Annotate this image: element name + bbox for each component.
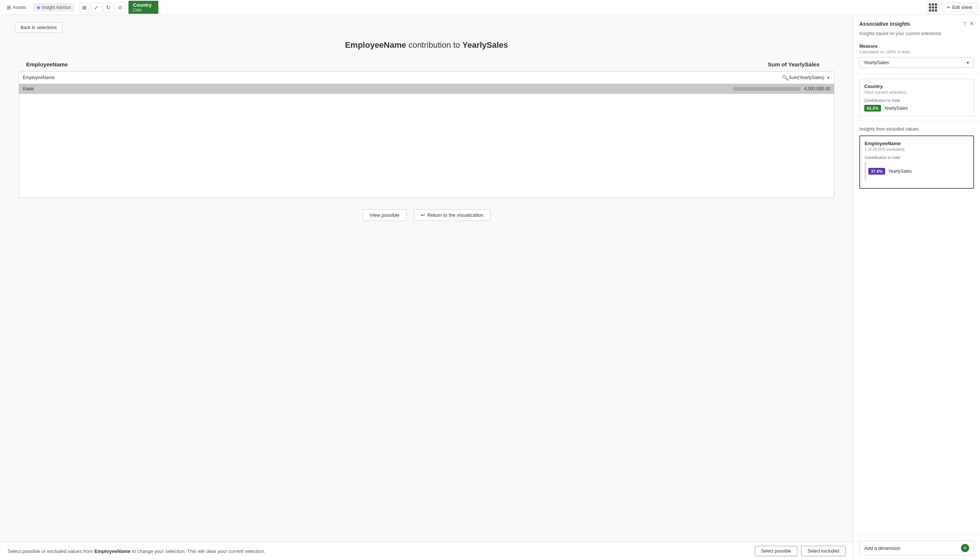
- insight-title: EmployeeName contribution to YearlySales: [15, 40, 838, 50]
- sidebar-title: Associative insights: [860, 21, 910, 27]
- target-icon[interactable]: ⊙: [115, 2, 125, 13]
- select-excluded-label: Select excluded: [808, 548, 839, 554]
- table-column-headers: EmployeeName Sum of YearlySales: [15, 61, 838, 68]
- contribution-field: YearlySales: [884, 106, 908, 111]
- table-header-row: EmployeeName 🔍 Sum(YearlySales) ▼: [19, 72, 834, 84]
- selection-card-subtitle: (Your current selection): [864, 90, 969, 94]
- divider-1: [853, 74, 980, 74]
- sidebar-spacer: [853, 193, 980, 533]
- row-sales-value: 4,000,000.00: [804, 86, 830, 92]
- divider-2: [853, 121, 980, 121]
- measure-label: Measure: [860, 43, 974, 49]
- insight-advisor-tab[interactable]: ◈ Insight Advisor: [33, 3, 75, 12]
- selection-card-title: Country: [864, 83, 969, 89]
- excluded-section-label: Insights from excluded values:: [853, 123, 980, 134]
- edit-sheet-button[interactable]: ✏ Edit sheet: [942, 3, 977, 12]
- zoom-full-icon[interactable]: ⤢: [91, 2, 102, 13]
- table-row[interactable]: Kasie 4,000,000.00: [19, 84, 834, 94]
- divider-3: [853, 534, 980, 535]
- sidebar-header-icons: ? ✕: [963, 20, 974, 27]
- add-dimension-button[interactable]: Add a dimension +: [860, 541, 974, 555]
- excluded-contribution-label: Contribution to total: [865, 155, 969, 160]
- bottom-bar-prefix: Select possible or excluded values from: [7, 548, 94, 554]
- add-dimension-label: Add a dimension: [864, 545, 900, 551]
- select-excluded-button[interactable]: Select excluded: [801, 546, 846, 556]
- bottom-bar-field: EmployeeName: [94, 548, 131, 554]
- data-table: EmployeeName 🔍 Sum(YearlySales) ▼ Kasie …: [19, 71, 835, 198]
- pencil-icon: ✏: [947, 5, 950, 10]
- back-button-label: Back to selections: [20, 25, 57, 30]
- table-search-icon[interactable]: 🔍: [782, 75, 788, 81]
- toolbar-icons: ⊠ ⤢ ↻ ⊙: [79, 2, 125, 13]
- return-to-visualization-button[interactable]: ↩ Return to the visualization: [414, 209, 490, 221]
- insight-advisor-label: Insight Advisor: [42, 5, 71, 10]
- grid-view-icon[interactable]: [927, 2, 939, 13]
- measure-dropdown-value: YearlySales: [863, 60, 889, 65]
- content-area: Back to selections EmployeeName contribu…: [0, 15, 853, 560]
- sales-column-header: Sum of YearlySales: [768, 61, 819, 68]
- sidebar-subtitle: Insights based on your current selection…: [853, 30, 980, 41]
- measure-dropdown[interactable]: YearlySales ▼: [860, 57, 974, 68]
- select-possible-button[interactable]: Select possible: [755, 546, 798, 556]
- title-connector: contribution to: [406, 40, 462, 50]
- lock-icon[interactable]: ↻: [103, 2, 114, 13]
- close-icon[interactable]: ✕: [969, 20, 974, 27]
- bottom-bar-text: Select possible or excluded values from …: [7, 548, 266, 554]
- measure-name: YearlySales: [462, 40, 508, 50]
- current-selection-card: Country (Your current selection) Contrib…: [860, 79, 974, 117]
- zoom-fit-icon[interactable]: ⊠: [79, 2, 90, 13]
- row-employee-name: Kasie: [23, 86, 733, 92]
- main-layout: Back to selections EmployeeName contribu…: [0, 15, 980, 560]
- assets-icon: ⊞: [7, 5, 11, 10]
- contribution-badge-purple: 37.8%: [868, 168, 885, 175]
- bottom-bar: Select possible or excluded values from …: [0, 542, 853, 560]
- add-icon[interactable]: +: [961, 544, 969, 552]
- contribution-row: 62.2% YearlySales: [864, 105, 969, 112]
- return-label: Return to the visualization: [427, 212, 483, 218]
- view-possible-label: View possible: [370, 212, 399, 218]
- dimension-name: EmployeeName: [345, 40, 406, 50]
- help-icon[interactable]: ?: [963, 21, 966, 27]
- edit-sheet-label: Edit sheet: [952, 5, 972, 10]
- assets-label: Assets: [13, 5, 26, 10]
- country-tab-label: Country: [133, 2, 152, 8]
- dropdown-arrow-icon: ▼: [966, 60, 970, 65]
- country-tab[interactable]: Country CAN: [129, 1, 158, 14]
- excluded-badge-row: 37.8% YearlySales: [868, 168, 911, 175]
- view-possible-button[interactable]: View possible: [363, 209, 406, 221]
- excluded-contribution-row: 37.8% YearlySales: [868, 168, 911, 175]
- insight-icon: ◈: [37, 5, 40, 10]
- contribution-badge-green: 62.2%: [864, 105, 881, 112]
- grid-dots: [929, 3, 937, 12]
- measure-section: Measure Calculated on 100% of data Yearl…: [853, 41, 980, 72]
- topbar-right: ✏ Edit sheet: [927, 2, 977, 13]
- assets-tab[interactable]: ⊞ Assets: [3, 3, 30, 12]
- table-header-sales: Sum(YearlySales): [788, 75, 824, 80]
- bottom-bar-suffix: to change your selection. This will clea…: [131, 548, 266, 554]
- excluded-bar-area: 37.8% YearlySales: [865, 162, 969, 180]
- select-possible-label: Select possible: [761, 548, 791, 554]
- sort-icon[interactable]: ▼: [826, 76, 830, 80]
- topbar: ⊞ Assets ◈ Insight Advisor ⊠ ⤢ ↻ ⊙ Count…: [0, 0, 980, 15]
- excluded-bar: [865, 162, 866, 180]
- table-header-employee: EmployeeName: [23, 75, 781, 80]
- excluded-card-title: EmployeeName: [865, 141, 969, 146]
- excluded-field: YearlySales: [888, 168, 911, 174]
- sidebar-header: Associative insights ? ✕: [853, 15, 980, 30]
- sidebar: Associative insights ? ✕ Insights based …: [853, 15, 980, 560]
- return-arrow-icon: ↩: [421, 212, 425, 218]
- back-to-selections-button[interactable]: Back to selections: [15, 22, 62, 33]
- table-header-right: Sum(YearlySales) ▼: [788, 75, 830, 80]
- excluded-card[interactable]: EmployeeName 1 of 20 (5% excluded) Contr…: [860, 135, 974, 189]
- row-bar: [733, 87, 800, 91]
- employee-column-header: EmployeeName: [26, 61, 768, 68]
- excluded-subtitle-text: 1 of 20 (5% excluded): [865, 147, 905, 152]
- excluded-card-subtitle: 1 of 20 (5% excluded): [865, 147, 969, 152]
- measure-sublabel: Calculated on 100% of data: [860, 50, 974, 54]
- country-tab-value: CAN: [133, 8, 142, 12]
- bottom-bar-buttons: Select possible Select excluded: [755, 546, 846, 556]
- bottom-buttons: View possible ↩ Return to the visualizat…: [15, 209, 838, 221]
- contribution-label: Contribution to total: [864, 98, 969, 103]
